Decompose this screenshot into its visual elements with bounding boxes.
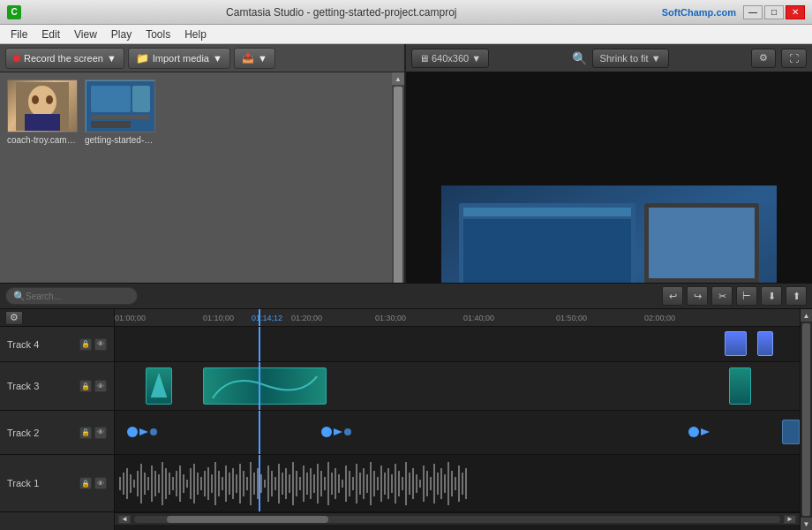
resolution-button[interactable]: 🖥 640x360 ▼: [411, 49, 489, 68]
svg-rect-108: [402, 477, 403, 490]
scroll-up-arrow[interactable]: ▲: [392, 72, 404, 85]
preview-options-button[interactable]: ⚙: [751, 49, 776, 68]
svg-rect-62: [239, 464, 241, 504]
svg-rect-84: [317, 464, 319, 504]
import-timeline-button[interactable]: ⬇: [761, 286, 782, 306]
track4-name: Track 4: [7, 339, 39, 350]
track3-eye[interactable]: 👁: [94, 380, 107, 392]
timeline-search[interactable]: 🔍: [5, 287, 138, 305]
export-timeline-button[interactable]: ⬆: [786, 286, 807, 306]
menu-edit[interactable]: Edit: [34, 26, 67, 42]
menu-view[interactable]: View: [67, 26, 104, 42]
shrink-to-fit-button[interactable]: Shrink to fit ▼: [592, 49, 669, 68]
track-settings-button[interactable]: ⚙: [5, 311, 23, 325]
svg-rect-65: [250, 462, 252, 505]
record-screen-button[interactable]: Record the screen ▼: [5, 48, 124, 69]
svg-rect-46: [183, 474, 184, 493]
track2-clip-4[interactable]: [782, 420, 800, 444]
svg-rect-55: [214, 462, 216, 505]
svg-rect-39: [158, 474, 160, 493]
playhead-track4: [259, 327, 260, 361]
track4-eye[interactable]: 👁: [94, 338, 107, 351]
svg-rect-61: [236, 474, 237, 493]
menu-play[interactable]: Play: [104, 26, 139, 42]
track2-eye[interactable]: 👁: [94, 427, 107, 439]
split-button[interactable]: ⊢: [736, 286, 757, 306]
svg-rect-119: [440, 468, 442, 499]
timeline-tracks: ⚙ Track 4 🔒 👁 Track 3 🔒 👁: [0, 309, 812, 530]
import-icon: 📁: [136, 52, 149, 64]
menu-help[interactable]: Help: [177, 26, 214, 42]
svg-rect-90: [338, 474, 340, 493]
cut-button[interactable]: ✂: [711, 286, 733, 306]
app-icon: C: [7, 5, 21, 19]
svg-rect-106: [395, 464, 396, 504]
svg-rect-122: [451, 471, 453, 496]
track4-clip-1[interactable]: [725, 331, 747, 356]
produce-dropdown-arrow: ▼: [258, 53, 267, 64]
svg-rect-91: [342, 480, 343, 488]
svg-rect-95: [356, 464, 357, 504]
svg-rect-80: [303, 466, 304, 502]
timeline-h-scrollbar[interactable]: ◄ ►: [115, 512, 800, 525]
media-item-screen[interactable]: getting-started-pr...: [85, 80, 155, 145]
tracks-scroll-down[interactable]: ▼: [801, 518, 812, 530]
scroll-right-arrow[interactable]: ►: [784, 515, 796, 524]
track4-clip-2[interactable]: [757, 331, 773, 356]
svg-rect-109: [405, 462, 407, 505]
menu-file[interactable]: File: [4, 26, 34, 42]
media-item-face[interactable]: coach-troy.camrec: [7, 80, 78, 145]
track4-lock[interactable]: 🔒: [79, 338, 92, 351]
produce-button[interactable]: 📤 ▼: [234, 48, 275, 69]
track2-clip-2[interactable]: [318, 420, 353, 444]
screen-preview: [86, 80, 154, 132]
tracks-v-scrollbar[interactable]: ▲ ▼: [800, 309, 812, 530]
svg-rect-63: [243, 471, 244, 496]
import-dropdown-arrow: ▼: [213, 53, 222, 64]
track2-clip-1[interactable]: [124, 420, 159, 444]
search-icon: 🔍: [572, 51, 587, 65]
svg-marker-23: [334, 428, 342, 435]
tracks-scroll-thumb[interactable]: [802, 323, 810, 516]
track4-icons: 🔒 👁: [79, 338, 107, 351]
svg-rect-79: [299, 477, 301, 490]
menu-tools[interactable]: Tools: [139, 26, 177, 42]
svg-rect-125: [462, 473, 463, 495]
svg-marker-18: [151, 373, 168, 398]
scroll-left-arrow[interactable]: ◄: [118, 515, 131, 524]
tracks-scroll-up[interactable]: ▲: [801, 309, 812, 322]
svg-rect-33: [137, 471, 139, 496]
produce-icon: 📤: [242, 52, 254, 64]
timeline-search-input[interactable]: [26, 292, 130, 301]
fullscreen-button[interactable]: ⛶: [781, 49, 807, 68]
undo-button[interactable]: ↩: [662, 286, 683, 306]
svg-rect-13: [463, 208, 631, 216]
svg-point-24: [344, 428, 351, 435]
track1-icons: 🔒 👁: [79, 477, 107, 489]
track3-clip-1[interactable]: [146, 367, 172, 405]
svg-rect-103: [384, 473, 386, 495]
svg-rect-121: [447, 462, 449, 505]
svg-rect-120: [444, 474, 446, 493]
track3-clip-3[interactable]: [729, 367, 751, 405]
track2-lock[interactable]: 🔒: [79, 427, 92, 439]
track1-lock[interactable]: 🔒: [79, 477, 92, 489]
svg-rect-76: [289, 474, 290, 493]
track-label-1: Track 1 🔒 👁: [0, 455, 114, 512]
menubar: File Edit View Play Tools Help: [0, 25, 812, 44]
redo-button[interactable]: ↪: [687, 286, 708, 306]
minimize-button[interactable]: —: [743, 5, 763, 19]
close-button[interactable]: ✕: [786, 5, 805, 19]
svg-rect-82: [310, 468, 312, 499]
svg-rect-88: [331, 473, 333, 495]
h-scroll-thumb[interactable]: [167, 516, 328, 523]
track3-lock[interactable]: 🔒: [79, 380, 92, 392]
ruler-mark-2: 01:10;00: [203, 314, 234, 322]
track2-clip-3[interactable]: [685, 420, 720, 444]
track1-eye[interactable]: 👁: [94, 477, 107, 489]
ruler-mark-7: 02:00;00: [644, 314, 675, 322]
maximize-button[interactable]: □: [764, 5, 784, 19]
import-media-button[interactable]: 📁 Import media ▼: [128, 48, 230, 69]
track3-clip-2[interactable]: [203, 367, 327, 405]
media-label-face: coach-troy.camrec: [7, 135, 78, 145]
